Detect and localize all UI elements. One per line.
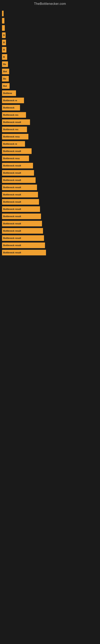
bar-item: Bottleneck resu xyxy=(2,134,28,140)
bar-item: Bottleneck result xyxy=(2,163,33,168)
bar-row: Bo xyxy=(2,76,98,82)
bar-row: Bottlene xyxy=(2,90,98,96)
bar-row: Bottleneck result xyxy=(2,184,98,190)
bar-item xyxy=(2,11,3,16)
bar-row: Bottleneck re xyxy=(2,98,98,103)
bar-item xyxy=(2,25,5,31)
bar-item: Bottleneck result xyxy=(2,242,45,248)
bar-item: Bottleneck xyxy=(2,105,20,110)
bar-item: Bot xyxy=(2,83,10,89)
bar-item: Bottleneck resu xyxy=(2,156,29,161)
bar-item: Bottleneck result xyxy=(2,170,34,176)
bar-row: Bottleneck result xyxy=(2,214,98,219)
bar-row: B xyxy=(2,32,98,38)
bar-row: Bot xyxy=(2,83,98,89)
bar-row: Bottleneck result xyxy=(2,242,98,248)
bar-row xyxy=(2,11,98,16)
bar-item: Bottleneck res xyxy=(2,112,26,118)
bar-row: Bottleneck result xyxy=(2,199,98,205)
bar-item: Bo xyxy=(2,76,9,82)
bar-row xyxy=(2,25,98,31)
bar-row: Bottleneck result xyxy=(2,235,98,241)
bar-row: Bottleneck resu xyxy=(2,156,98,161)
bar-item: Bottleneck result xyxy=(2,177,36,183)
bar-item: Bottleneck re xyxy=(2,141,25,147)
bar-row: Bottleneck result xyxy=(2,148,98,154)
bar-item: Bottleneck result xyxy=(2,199,39,205)
bar-row: B xyxy=(2,54,98,60)
bar-item: Bottleneck re xyxy=(2,98,24,103)
bar-row: Bottleneck result xyxy=(2,163,98,168)
bars-container: BBBBBoBotBoBotBottleneBottleneck reBottl… xyxy=(0,7,100,259)
bar-row: Bot xyxy=(2,69,98,74)
bar-item: Bot xyxy=(2,69,9,74)
bar-row: Bottleneck result xyxy=(2,228,98,234)
bar-row: Bottleneck result xyxy=(2,221,98,226)
bar-item: B xyxy=(2,54,7,60)
bar-item: Bottleneck result xyxy=(2,184,37,190)
bar-row: B xyxy=(2,47,98,52)
bar-row: Bottleneck result xyxy=(2,206,98,212)
bar-item: Bottleneck res xyxy=(2,126,27,132)
bar-row xyxy=(2,18,98,24)
bar-item: Bottleneck result xyxy=(2,235,44,241)
bar-row: Bottleneck re xyxy=(2,141,98,147)
bar-row: Bo xyxy=(2,62,98,67)
bar-item: Bottleneck result xyxy=(2,214,41,219)
bar-row: Bottleneck result xyxy=(2,250,98,256)
bar-item: B xyxy=(2,40,6,45)
bar-item: Bottlene xyxy=(2,90,16,96)
bar-row: Bottleneck result xyxy=(2,170,98,176)
bar-item: Bo xyxy=(2,62,8,67)
bar-item: Bottleneck result xyxy=(2,250,46,256)
bar-item: Bottleneck result xyxy=(2,148,32,154)
bar-row: Bottleneck result xyxy=(2,177,98,183)
bar-item: Bottleneck result xyxy=(2,221,42,226)
bar-item: Bottleneck result xyxy=(2,206,40,212)
bar-row: B xyxy=(2,40,98,45)
bar-item xyxy=(2,18,4,24)
bar-row: Bottleneck xyxy=(2,105,98,110)
bar-row: Bottleneck res xyxy=(2,126,98,132)
bar-item: Bottleneck result xyxy=(2,119,30,125)
bar-item: Bottleneck result xyxy=(2,192,38,198)
bar-row: Bottleneck resu xyxy=(2,134,98,140)
site-title: TheBottlenecker.com xyxy=(0,0,100,7)
bar-row: Bottleneck result xyxy=(2,192,98,198)
bar-row: Bottleneck result xyxy=(2,119,98,125)
bar-row: Bottleneck res xyxy=(2,112,98,118)
bar-item: B xyxy=(2,32,6,38)
bar-item: Bottleneck result xyxy=(2,228,43,234)
bar-item: B xyxy=(2,47,6,52)
